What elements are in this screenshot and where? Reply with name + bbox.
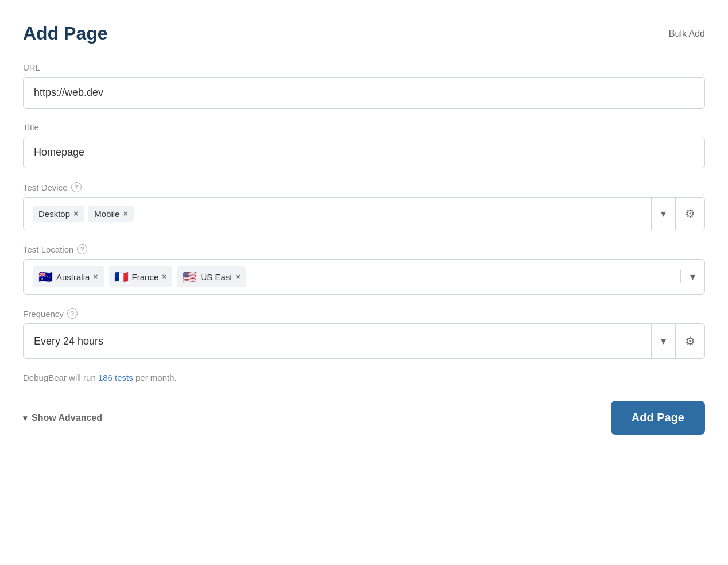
frequency-label: Frequency ? xyxy=(23,308,705,319)
tag-australia-label: Australia xyxy=(56,272,90,282)
flag-france-icon: 🇫🇷 xyxy=(114,270,129,284)
tag-us-east-remove[interactable]: × xyxy=(235,273,240,281)
frequency-select[interactable]: Every 24 hours ▾ ⚙ xyxy=(23,323,705,359)
frequency-section: Frequency ? Every 24 hours ▾ ⚙ xyxy=(23,308,705,359)
tag-france: 🇫🇷 France × xyxy=(109,266,173,287)
test-location-help-icon[interactable]: ? xyxy=(77,244,87,254)
show-advanced-toggle[interactable]: ▾ Show Advanced xyxy=(23,413,102,423)
test-device-dropdown-arrow[interactable]: ▾ xyxy=(651,198,675,230)
test-device-tags-container: Desktop × Mobile × xyxy=(24,198,651,230)
flag-us-icon: 🇺🇸 xyxy=(183,270,197,284)
gear-icon: ⚙ xyxy=(685,334,695,348)
tag-us-east-label: US East xyxy=(200,272,232,282)
test-location-dropdown-arrow[interactable]: ▾ xyxy=(680,270,704,283)
tag-mobile-remove[interactable]: × xyxy=(123,210,127,218)
add-page-button[interactable]: Add Page xyxy=(611,401,705,435)
url-input[interactable] xyxy=(23,77,705,109)
test-device-label: Test Device ? xyxy=(23,182,705,192)
test-device-select: Desktop × Mobile × ▾ ⚙ xyxy=(23,197,705,230)
url-label: URL xyxy=(23,63,705,72)
tag-mobile: Mobile × xyxy=(88,206,133,222)
page-header: Add Page Bulk Add xyxy=(23,23,705,44)
tag-us-east: 🇺🇸 US East × xyxy=(177,266,246,287)
chevron-down-icon: ▾ xyxy=(690,270,695,283)
title-section: Title xyxy=(23,122,705,168)
tag-australia-remove[interactable]: × xyxy=(93,273,98,281)
tag-desktop-remove[interactable]: × xyxy=(73,210,78,218)
show-advanced-label: Show Advanced xyxy=(32,413,102,423)
bulk-add-link[interactable]: Bulk Add xyxy=(669,29,705,39)
test-device-section: Test Device ? Desktop × Mobile × ▾ ⚙ xyxy=(23,182,705,230)
frequency-gear-icon[interactable]: ⚙ xyxy=(675,324,704,358)
info-prefix: DebugBear will run xyxy=(23,373,98,382)
frequency-dropdown-arrow[interactable]: ▾ xyxy=(651,324,675,358)
test-device-help-icon[interactable]: ? xyxy=(71,182,82,192)
tag-australia: 🇦🇺 Australia × xyxy=(33,266,104,287)
chevron-down-icon: ▾ xyxy=(661,335,666,347)
frequency-value: Every 24 hours xyxy=(24,324,651,358)
flag-australia-icon: 🇦🇺 xyxy=(38,270,53,284)
test-location-select: 🇦🇺 Australia × 🇫🇷 France × 🇺🇸 US East × … xyxy=(23,259,705,295)
page-title: Add Page xyxy=(23,23,108,44)
test-location-section: Test Location ? 🇦🇺 Australia × 🇫🇷 France… xyxy=(23,244,705,295)
gear-icon: ⚙ xyxy=(685,207,695,220)
test-location-label: Test Location ? xyxy=(23,244,705,254)
title-label: Title xyxy=(23,122,705,132)
title-input[interactable] xyxy=(23,137,705,168)
footer-row: ▾ Show Advanced Add Page xyxy=(23,401,705,435)
info-suffix: per month. xyxy=(133,373,177,382)
info-text: DebugBear will run 186 tests per month. xyxy=(23,373,705,382)
tag-mobile-label: Mobile xyxy=(94,209,119,219)
chevron-down-icon: ▾ xyxy=(661,207,666,220)
test-device-gear-icon[interactable]: ⚙ xyxy=(675,198,704,230)
tag-france-remove[interactable]: × xyxy=(162,273,166,281)
frequency-help-icon[interactable]: ? xyxy=(67,308,78,319)
info-highlight: 186 tests xyxy=(98,373,133,382)
test-location-tags-container: 🇦🇺 Australia × 🇫🇷 France × 🇺🇸 US East × xyxy=(24,260,680,294)
tag-desktop: Desktop × xyxy=(33,206,84,222)
show-advanced-arrow-icon: ▾ xyxy=(23,413,27,423)
tag-france-label: France xyxy=(132,272,159,282)
url-section: URL xyxy=(23,63,705,109)
tag-desktop-label: Desktop xyxy=(38,209,70,219)
